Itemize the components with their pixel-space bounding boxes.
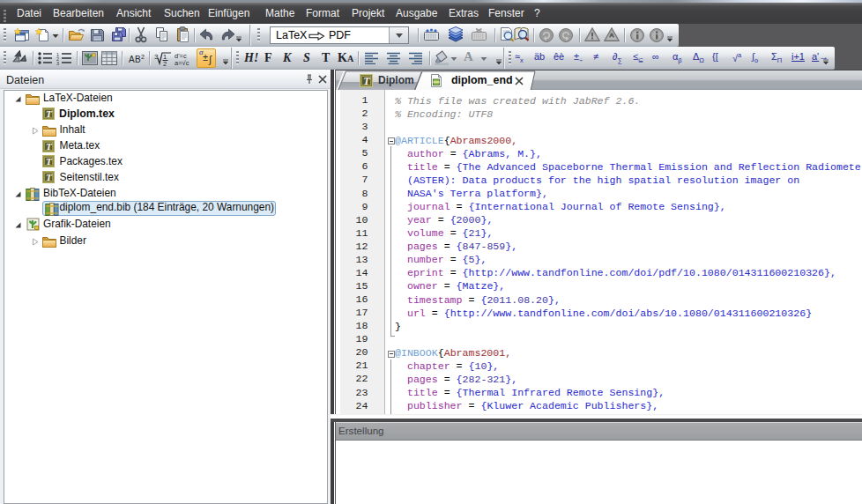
svg-text:T: T — [46, 140, 53, 151]
svg-text:3: 3 — [56, 61, 59, 66]
svg-text:T: T — [46, 108, 53, 119]
svg-text:2: 2 — [163, 60, 167, 66]
svg-text:T: T — [46, 172, 53, 182]
svg-text:T: T — [363, 75, 370, 87]
svg-text:T: T — [46, 156, 53, 167]
svg-text:a=√c: a=√c — [175, 59, 189, 66]
